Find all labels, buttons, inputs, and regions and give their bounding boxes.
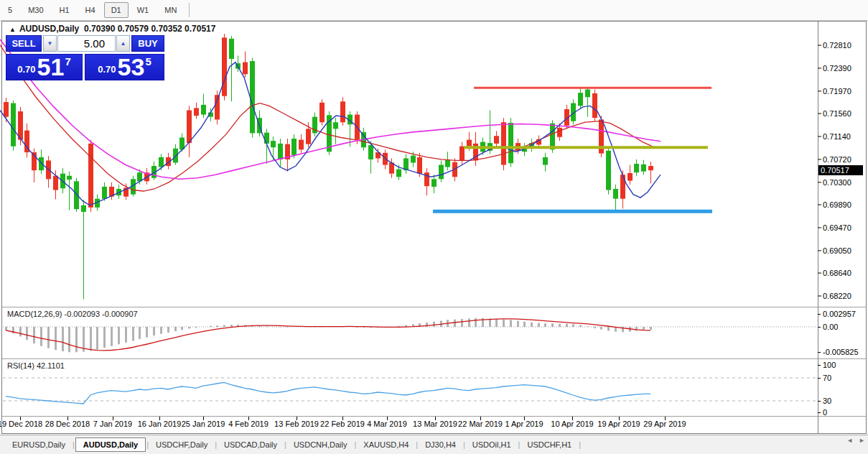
tab-separator: | [284, 440, 286, 449]
price-axis-label: 0.72810 [823, 41, 851, 50]
date-axis-label: 22 Mar 2019 [458, 420, 503, 428]
rsi-axis-label: 0 [823, 408, 827, 417]
chart-title: ▲AUDUSD,Daily 0.70390 0.70579 0.70352 0.… [9, 24, 215, 34]
rsi-axis-label: 70 [823, 374, 831, 382]
chart-tab-usdcad-daily[interactable]: USDCAD,Daily [218, 438, 284, 451]
tab-separator: | [73, 440, 75, 449]
one-click-trading-panel: SELL ▼ 5.00 ▲ BUY 0.70517 0.70535 [6, 35, 164, 80]
macd-axis-label: -0.005825 [823, 348, 859, 356]
date-axis-label: 19 Dec 2018 [0, 420, 42, 428]
price-axis-label: 0.69050 [823, 246, 851, 255]
tab-scroll-buttons: ◄ ► [846, 437, 865, 444]
date-axis-label: 22 Feb 2019 [320, 420, 365, 428]
macd-axis-label: 0.00 [823, 323, 838, 331]
date-axis-label: 13 Mar 2019 [413, 420, 457, 428]
price-axis-label: 0.71560 [823, 109, 851, 118]
chart-tab-usdcnh-daily[interactable]: USDCNH,Daily [287, 438, 354, 451]
chart-tab-usdchf-h1[interactable]: USDCHF,H1 [521, 438, 578, 451]
volume-increase-button[interactable]: ▲ [116, 35, 130, 52]
chart-tab-xauusd-h4[interactable]: XAUUSD,H4 [357, 438, 415, 451]
macd-axis-label: 0.002957 [823, 310, 856, 318]
buy-big-figure: 0.70 [98, 64, 116, 75]
price-axis-label: 0.71140 [823, 132, 851, 141]
tab-separator: | [463, 440, 465, 449]
macd-label: MACD(12,26,9) -0.002093 -0.000907 [7, 310, 138, 318]
chevron-down-icon: ▼ [47, 40, 53, 47]
chart-tab-bar: EURUSD,Daily|AUDUSD,Daily|USDCHF,Daily|U… [0, 435, 868, 454]
current-price-badge: 0.70517 [818, 165, 863, 175]
rsi-axis-label: 30 [823, 397, 831, 405]
rsi-label: RSI(14) 42.1101 [7, 361, 65, 370]
sell-pips: 51 [37, 56, 65, 78]
volume-decrease-button[interactable]: ▼ [43, 35, 57, 52]
macd-values: -0.002093 -0.000907 [64, 310, 137, 318]
date-axis-label: 29 Apr 2019 [643, 420, 686, 428]
buy-pips: 53 [118, 56, 145, 78]
price-axis-label: 0.70300 [823, 178, 851, 187]
date-axis-label: 7 Jan 2019 [93, 420, 132, 428]
symbol-marker-icon: ▲ [9, 26, 16, 33]
sell-button[interactable]: SELL [6, 35, 42, 52]
chart-tab-dj30-h4[interactable]: DJ30,H4 [419, 438, 462, 451]
date-axis-label: 1 Apr 2019 [505, 420, 543, 428]
rsi-value: 42.1101 [37, 361, 65, 370]
sell-big-figure: 0.70 [17, 64, 35, 75]
date-axis-label: 4 Mar 2019 [367, 420, 407, 428]
chart-symbol-label: AUDUSD,Daily [19, 24, 79, 34]
date-axis-label: 16 Jan 2019 [138, 420, 182, 428]
date-axis-label: 13 Feb 2019 [274, 420, 319, 428]
tab-separator: | [354, 440, 356, 449]
chart-ohlc-values: 0.70390 0.70579 0.70352 0.70517 [84, 24, 216, 34]
chart-tab-usdoil-h1[interactable]: USDOil,H1 [466, 438, 518, 451]
rsi-name: RSI(14) [7, 361, 34, 370]
scroll-tabs-left-button[interactable]: ◄ [846, 437, 853, 444]
date-axis-label: 19 Apr 2019 [597, 420, 640, 428]
chart-tab-audusd-daily[interactable]: AUDUSD,Daily [75, 437, 146, 452]
price-axis-label: 0.68640 [823, 269, 851, 277]
chart-tab-eurusd-daily[interactable]: EURUSD,Daily [6, 438, 72, 451]
sell-price-button[interactable]: 0.70517 [6, 54, 83, 80]
tab-separator: | [146, 440, 149, 449]
macd-name: MACD(12,26,9) [7, 310, 62, 318]
scroll-tabs-right-button[interactable]: ► [859, 437, 865, 444]
volume-input[interactable]: 5.00 [57, 35, 116, 52]
date-axis-label: 25 Jan 2019 [182, 420, 225, 428]
price-axis-label: 0.71970 [823, 87, 851, 96]
chevron-up-icon: ▲ [121, 40, 126, 47]
tab-separator: | [416, 440, 418, 449]
buy-point: 5 [145, 55, 151, 68]
rsi-axis-label: 100 [823, 361, 836, 369]
buy-price-button[interactable]: 0.70535 [85, 54, 164, 80]
price-axis-label: 0.69470 [823, 223, 851, 232]
price-axis-label: 0.69890 [823, 200, 851, 209]
tab-separator: | [215, 440, 217, 449]
tab-separator: | [579, 440, 581, 449]
sell-point: 7 [65, 55, 70, 68]
chart-tab-usdchf-daily[interactable]: USDCHF,Daily [149, 438, 214, 451]
price-axis-label: 0.72390 [823, 64, 851, 73]
buy-button[interactable]: BUY [131, 35, 164, 52]
date-axis-label: 28 Dec 2018 [45, 420, 90, 428]
mt4-window: { "toolbar": {"timeframes": ["5","M30","… [0, 0, 868, 454]
price-axis-label: 0.68220 [823, 292, 851, 300]
price-axis-label: 0.70720 [823, 155, 851, 164]
tab-separator: | [518, 440, 521, 449]
date-axis-label: 4 Feb 2019 [228, 420, 269, 428]
date-axis-label: 10 Apr 2019 [551, 420, 593, 428]
